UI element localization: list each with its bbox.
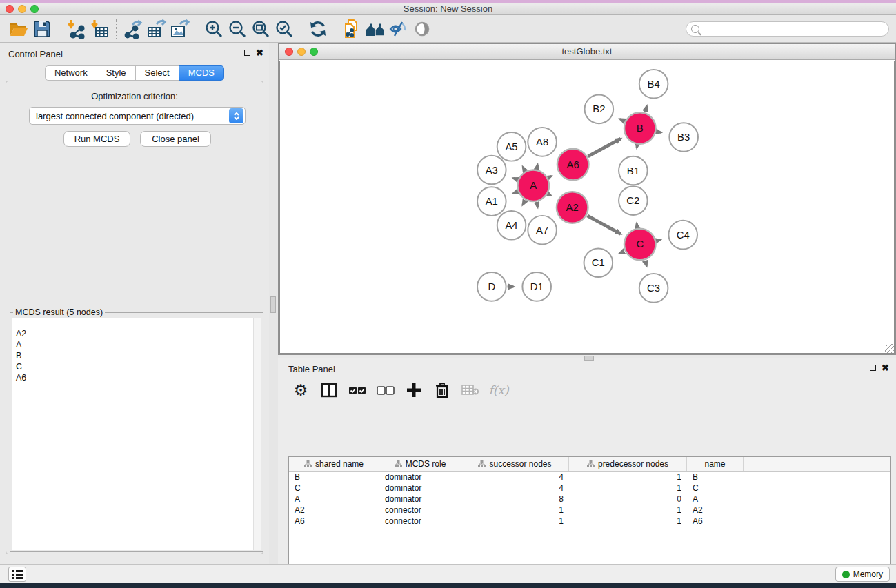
table-row[interactable]: Bdominator41B xyxy=(289,472,890,483)
clone-network-icon[interactable] xyxy=(340,17,364,41)
edge-A6-B[interactable] xyxy=(588,139,620,156)
zoom-out-icon[interactable] xyxy=(226,17,249,41)
search-input[interactable] xyxy=(702,24,888,34)
open-file-icon[interactable] xyxy=(7,17,30,41)
graph-node-C2[interactable]: C2 xyxy=(619,186,648,215)
edge-A-A8[interactable] xyxy=(537,165,537,169)
network-maximize-button[interactable] xyxy=(310,48,318,56)
close-panel-icon[interactable]: ✖ xyxy=(256,49,263,57)
column-header-successor-nodes[interactable]: successor nodes xyxy=(461,457,569,471)
graph-node-B2[interactable]: B2 xyxy=(585,95,614,124)
mcds-result-item[interactable]: B xyxy=(16,350,261,361)
close-window-button[interactable] xyxy=(6,5,14,13)
table-row[interactable]: Cdominator41C xyxy=(289,483,890,494)
edge-C-C4[interactable] xyxy=(657,240,660,241)
mcds-result-item[interactable]: A xyxy=(16,339,261,350)
graph-node-B3[interactable]: B3 xyxy=(669,123,698,152)
graph-node-B4[interactable]: B4 xyxy=(639,70,668,99)
refresh-layout-icon[interactable] xyxy=(306,17,330,41)
import-network-icon[interactable] xyxy=(64,17,88,41)
network-minimize-button[interactable] xyxy=(297,48,306,56)
float-panel-icon[interactable] xyxy=(870,365,876,371)
graph-node-C[interactable]: C xyxy=(624,229,656,261)
edge-B-B4[interactable] xyxy=(645,106,647,112)
panel-splitter-vertical[interactable] xyxy=(269,43,278,564)
zoom-fit-icon[interactable] xyxy=(249,17,272,41)
table-row[interactable]: Adominator80A xyxy=(289,494,890,505)
edge-A-A1[interactable] xyxy=(513,192,517,193)
mcds-result-item[interactable]: A6 xyxy=(16,372,261,383)
edge-B-B2[interactable] xyxy=(620,119,624,121)
list-scrollbar[interactable] xyxy=(253,318,261,550)
graph-node-A8[interactable]: A8 xyxy=(528,128,557,156)
edge-A-A6[interactable] xyxy=(548,176,551,177)
close-panel-icon[interactable]: ✖ xyxy=(882,364,889,372)
maximize-window-button[interactable] xyxy=(30,5,39,13)
tab-style[interactable]: Style xyxy=(97,65,136,81)
export-network-icon[interactable] xyxy=(121,17,145,41)
edge-A-A7[interactable] xyxy=(537,203,537,207)
graph-node-A5[interactable]: A5 xyxy=(497,132,526,161)
network-window-titlebar[interactable]: testGlobe.txt xyxy=(279,44,895,60)
criterion-dropdown[interactable]: largest connected component (directed) xyxy=(29,107,246,125)
zoom-selected-icon[interactable] xyxy=(272,17,296,41)
mcds-result-item[interactable]: A2 xyxy=(16,328,261,339)
column-header-MCDS-role[interactable]: MCDS role xyxy=(379,457,461,471)
graph-node-B1[interactable]: B1 xyxy=(619,156,648,185)
edge-A-A4[interactable] xyxy=(523,201,525,205)
hide-selected-icon[interactable] xyxy=(387,17,410,41)
column-header-predecessor-nodes[interactable]: predecessor nodes xyxy=(569,457,687,471)
export-table-icon[interactable] xyxy=(145,17,168,41)
tab-select[interactable]: Select xyxy=(136,65,179,81)
graph-node-A6[interactable]: A6 xyxy=(557,149,589,181)
edge-A-A3[interactable] xyxy=(513,178,517,179)
edge-C-C1[interactable] xyxy=(619,252,624,254)
mcds-result-list[interactable]: A2ABCA6 xyxy=(12,318,261,550)
add-column-icon[interactable] xyxy=(405,381,423,399)
float-panel-icon[interactable] xyxy=(244,50,250,56)
graph-node-A2[interactable]: A2 xyxy=(557,192,588,223)
search-field[interactable] xyxy=(686,21,889,37)
edge-A-A5[interactable] xyxy=(523,167,525,171)
graph-node-C1[interactable]: C1 xyxy=(584,248,613,277)
tab-mcds[interactable]: MCDS xyxy=(179,65,224,81)
select-all-checkbox-icon[interactable] xyxy=(348,381,366,399)
import-table-icon[interactable] xyxy=(88,17,111,41)
edge-A2-C[interactable] xyxy=(587,216,621,234)
graph-node-D1[interactable]: D1 xyxy=(522,272,551,301)
graph-node-A7[interactable]: A7 xyxy=(528,216,557,245)
save-session-icon[interactable] xyxy=(30,17,54,41)
show-all-icon[interactable] xyxy=(410,17,434,41)
table-row[interactable]: A2connector11A2 xyxy=(289,505,890,516)
edge-C-C3[interactable] xyxy=(645,261,646,266)
first-neighbors-icon[interactable] xyxy=(364,17,387,41)
column-visibility-icon[interactable] xyxy=(320,381,338,399)
network-canvas[interactable]: B4B2BB3B1A5A8A6A3AA1A4A7A2C2C4CC1C3DD1 xyxy=(279,61,895,354)
graph-node-C3[interactable]: C3 xyxy=(639,274,668,303)
run-mcds-button[interactable]: Run MCDS xyxy=(63,131,130,147)
window-resize-grip[interactable] xyxy=(885,344,894,353)
column-header-name[interactable]: name xyxy=(687,457,744,471)
graph-node-A4[interactable]: A4 xyxy=(497,211,526,240)
edge-C-C2[interactable] xyxy=(637,223,637,227)
column-header-shared-name[interactable]: shared name xyxy=(289,457,379,471)
network-close-button[interactable] xyxy=(285,48,293,56)
delete-column-icon[interactable] xyxy=(433,381,451,399)
table-row[interactable]: A6connector11A6 xyxy=(289,516,890,527)
close-panel-button[interactable]: Close panel xyxy=(140,131,211,147)
edge-B-B3[interactable] xyxy=(657,132,661,132)
export-image-icon[interactable] xyxy=(168,17,192,41)
edge-A-A2[interactable] xyxy=(548,194,551,195)
task-history-button[interactable] xyxy=(8,567,26,582)
graph-node-A[interactable]: A xyxy=(517,170,549,202)
graph-node-A1[interactable]: A1 xyxy=(477,187,506,216)
graph-node-A3[interactable]: A3 xyxy=(477,156,506,185)
function-builder-icon[interactable]: f(x) xyxy=(490,381,508,399)
edge-B-B1[interactable] xyxy=(637,145,637,148)
graph-node-B[interactable]: B xyxy=(624,112,656,144)
settings-gear-icon[interactable]: ⚙ xyxy=(292,381,310,399)
delete-table-icon[interactable] xyxy=(461,381,479,399)
splitter-grip[interactable] xyxy=(270,296,276,313)
deselect-all-checkbox-icon[interactable] xyxy=(377,381,395,399)
tab-network[interactable]: Network xyxy=(45,65,97,81)
